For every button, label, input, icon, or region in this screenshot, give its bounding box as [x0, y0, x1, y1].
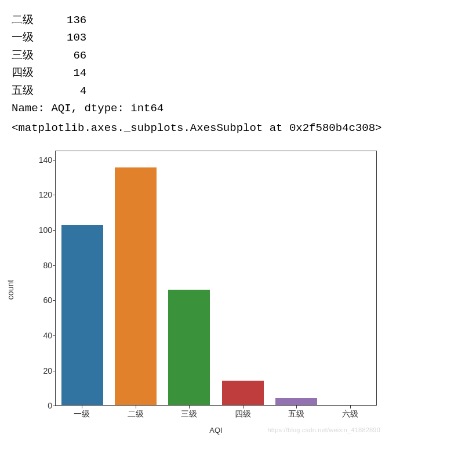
- y-axis-label: count: [6, 280, 15, 300]
- bar: [222, 381, 264, 405]
- axes-repr: <matplotlib.axes._subplots.AxesSubplot a…: [12, 122, 464, 134]
- bar-chart: count 020406080100120140 AQI 一级二级三级四级五级六…: [12, 145, 383, 435]
- y-tick: 40: [29, 331, 52, 340]
- y-tick: 60: [29, 295, 52, 305]
- y-tick: 140: [29, 155, 52, 165]
- bar: [275, 398, 317, 405]
- bar: [168, 290, 210, 405]
- plot-area: [55, 151, 377, 406]
- y-tick: 100: [29, 225, 52, 235]
- y-tick: 0: [29, 401, 52, 410]
- bar: [115, 167, 157, 406]
- y-tick: 120: [29, 190, 52, 199]
- x-tick: 三级: [181, 409, 197, 419]
- series-output: 二级 136 一级 103 三级 66 四级 14 五级 4 Name: AQI…: [12, 12, 464, 117]
- y-tick: 80: [29, 261, 52, 270]
- watermark: https://blog.csdn.net/weixin_41882890: [267, 426, 380, 433]
- x-tick: 四级: [235, 409, 251, 419]
- y-axis: 020406080100120140: [29, 151, 52, 406]
- x-tick: 六级: [342, 409, 358, 419]
- x-axis-label: AQI: [209, 426, 222, 435]
- bar: [61, 225, 103, 405]
- x-tick: 一级: [74, 409, 90, 419]
- x-tick: 二级: [128, 409, 144, 419]
- y-tick: 20: [29, 366, 52, 375]
- x-tick: 五级: [288, 409, 304, 419]
